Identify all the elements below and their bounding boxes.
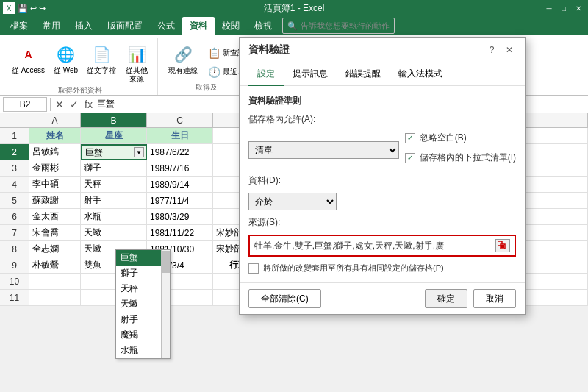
dialog-body: 資料驗證準則 儲存格內允許(A): 清單 忽略空白(B) 儲存格內的下拉式清單(… — [240, 86, 525, 282]
window-controls[interactable]: ─ □ ✕ — [542, 2, 585, 14]
cell-a5[interactable]: 蘇致謝 — [29, 193, 81, 209]
insert-function-icon[interactable]: fx — [83, 99, 94, 110]
app-icon: X — [3, 2, 15, 14]
dialog-help-button[interactable]: ? — [485, 43, 498, 57]
row-header-5[interactable]: 5 — [0, 193, 29, 209]
row-header-11[interactable]: 11 — [0, 290, 29, 306]
source-label: 來源(S): — [248, 216, 293, 229]
cell-b6[interactable]: 水瓶 — [81, 209, 147, 225]
apply-all-checkbox[interactable] — [248, 263, 259, 274]
from-text-button[interactable]: 📄 從文字檔 — [84, 41, 119, 76]
source-box: 牡羊,金牛,雙子,巨蟹,獅子,處女,天秤,天蠍,射手,廣 — [248, 235, 516, 257]
clear-all-button[interactable]: 全部清除(C) — [248, 289, 321, 308]
cell-b3[interactable]: 獅子 — [81, 160, 147, 177]
group-external-label: 取得外部資料 — [58, 85, 102, 98]
cell-b1[interactable]: 星座 — [81, 128, 147, 144]
cancel-formula-icon[interactable]: ✕ — [54, 99, 65, 110]
col-header-c[interactable]: C — [147, 113, 213, 127]
row-header-8[interactable]: 8 — [0, 241, 29, 257]
formula-icons: ✕ ✓ fx — [54, 99, 94, 110]
cell-c4[interactable]: 1989/9/14 — [147, 177, 213, 193]
row-header-4[interactable]: 4 — [0, 177, 29, 193]
cell-a8[interactable]: 全志嫻 — [29, 241, 81, 257]
row-header-9[interactable]: 9 — [0, 257, 29, 274]
tab-view[interactable]: 檢視 — [247, 17, 279, 35]
cell-a11[interactable] — [29, 290, 81, 306]
from-web-label: 從 Web — [54, 66, 78, 75]
dialog-close-button[interactable]: ✕ — [503, 43, 516, 57]
tab-file[interactable]: 檔案 — [3, 17, 35, 35]
dialog-tab-prompt[interactable]: 提示訊息 — [284, 63, 337, 86]
name-box[interactable] — [3, 97, 47, 112]
cell-a2[interactable]: 呂敏鎬 — [29, 144, 81, 160]
cancel-button[interactable]: 取消 — [473, 289, 516, 308]
cell-b5[interactable]: 射手 — [81, 193, 147, 209]
existing-connections-button[interactable]: 🔗 現有連線 — [165, 41, 201, 76]
cell-c1[interactable]: 生日 — [147, 128, 213, 144]
data-label: 資料(D): — [248, 174, 293, 187]
tab-data[interactable]: 資料 — [182, 17, 215, 35]
scroll-thumb[interactable] — [162, 251, 170, 273]
maximize-button[interactable]: □ — [557, 2, 570, 14]
tell-me-box[interactable]: 🔍 告訴我您想要執行的動作 — [282, 18, 395, 34]
row-header-3[interactable]: 3 — [0, 160, 29, 177]
row-header-10[interactable]: 10 — [0, 274, 29, 290]
from-other-button[interactable]: 📊 從其他來源 — [122, 41, 151, 85]
cell-b2[interactable]: 巨蟹 ▼ — [81, 144, 147, 160]
from-web-button[interactable]: 🌐 從 Web — [51, 41, 81, 76]
source-select-range-button[interactable] — [495, 239, 510, 252]
dropdown-cell-label: 儲存格內的下拉式清單(I) — [420, 152, 516, 164]
cell-c7[interactable]: 1981/11/22 — [147, 225, 213, 241]
access-icon: A — [17, 43, 40, 66]
dialog-tab-ime[interactable]: 輸入法模式 — [390, 63, 451, 86]
tab-formula[interactable]: 公式 — [150, 17, 182, 35]
close-button[interactable]: ✕ — [572, 2, 585, 14]
cell-a10[interactable] — [29, 274, 81, 290]
col-header-a[interactable]: A — [29, 113, 81, 127]
dropdown-list[interactable]: 巨蟹 獅子 天秤 天蠍 射手 魔羯 水瓶 — [115, 249, 171, 359]
cell-a1[interactable]: 姓名 — [29, 128, 81, 144]
cell-b4[interactable]: 天秤 — [81, 177, 147, 193]
cell-c3[interactable]: 1989/7/16 — [147, 160, 213, 177]
row-header-7[interactable]: 7 — [0, 225, 29, 241]
cell-a3[interactable]: 金雨彬 — [29, 160, 81, 177]
text-file-icon: 📄 — [90, 43, 113, 66]
cell-a9[interactable]: 朴敏鶯 — [29, 257, 81, 274]
allow-select[interactable]: 清單 — [248, 141, 399, 159]
ignore-blank-row: 忽略空白(B) — [405, 132, 516, 144]
dropdown-cell-checkbox[interactable] — [405, 153, 415, 163]
ok-button[interactable]: 確定 — [425, 289, 467, 308]
other-sources-icon: 📊 — [125, 43, 148, 66]
row-header-2[interactable]: 2 — [0, 144, 29, 160]
dialog-title-controls[interactable]: ? ✕ — [485, 43, 516, 57]
tab-home[interactable]: 常用 — [35, 17, 68, 35]
cell-a6[interactable]: 金太西 — [29, 209, 81, 225]
ignore-blank-checkbox[interactable] — [405, 133, 415, 143]
dropdown-scrollbar[interactable] — [161, 250, 170, 358]
data-select[interactable]: 介於 — [248, 193, 337, 210]
row-header-1[interactable]: 1 — [0, 128, 29, 144]
cell-c6[interactable]: 1980/3/29 — [147, 209, 213, 225]
allow-select-row: 清單 忽略空白(B) 儲存格內的下拉式清單(I) — [248, 132, 516, 168]
confirm-formula-icon[interactable]: ✓ — [68, 99, 80, 110]
row-header-6[interactable]: 6 — [0, 209, 29, 225]
cell-c2[interactable]: 1987/6/22 — [147, 144, 213, 160]
from-access-button[interactable]: A 從 Access — [9, 41, 48, 76]
source-value-text: 牡羊,金牛,雙子,巨蟹,獅子,處女,天秤,天蠍,射手,廣 — [254, 240, 492, 252]
cell-a4[interactable]: 李中碩 — [29, 177, 81, 193]
data-row: 資料(D): — [248, 174, 516, 187]
dialog-buttons: 全部清除(C) 確定 取消 — [240, 282, 525, 314]
dialog-tab-settings[interactable]: 設定 — [248, 63, 284, 86]
cell-dropdown-button[interactable]: ▼ — [134, 147, 144, 157]
section-title: 資料驗證準則 — [248, 95, 516, 107]
minimize-button[interactable]: ─ — [542, 2, 556, 14]
tab-review[interactable]: 校閱 — [215, 17, 247, 35]
dialog-tab-error[interactable]: 錯誤提醒 — [337, 63, 390, 86]
cell-a7[interactable]: 宋會喬 — [29, 225, 81, 241]
tab-insert[interactable]: 插入 — [68, 17, 100, 35]
external-data-buttons: A 從 Access 🌐 從 Web 📄 從文字檔 📊 從其他來源 — [9, 38, 151, 85]
cell-c5[interactable]: 1977/11/4 — [147, 193, 213, 209]
col-header-b[interactable]: B — [81, 113, 147, 127]
cell-b7[interactable]: 天蠍 — [81, 225, 147, 241]
tab-layout[interactable]: 版面配置 — [100, 17, 150, 35]
